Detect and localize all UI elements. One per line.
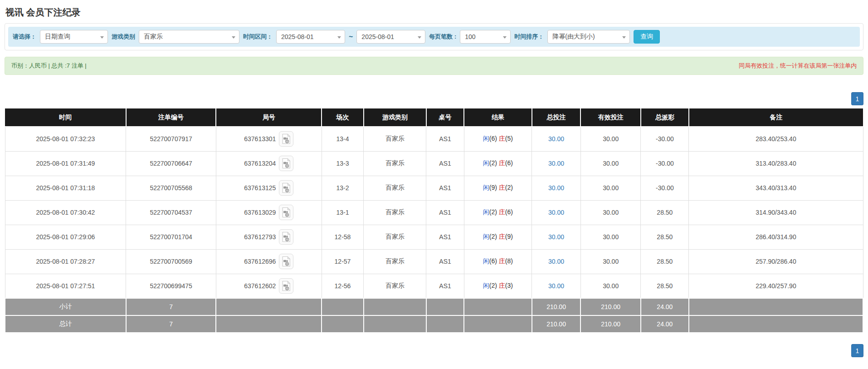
remark-cell: 283.40/253.40 [689,127,863,151]
col-session: 场次 [322,108,364,127]
total-bet-link[interactable]: 30.00 [548,233,564,241]
player-result-label: 闲 [483,135,489,142]
session-cell: 13-3 [322,151,364,176]
video-record-icon[interactable] [279,180,293,196]
table-row: 2025-08-01 07:32:23 522700707917 6376133… [5,127,863,151]
subtotal-payout: 24.00 [641,298,689,315]
player-result-value: (2) [489,233,497,240]
round-no-value: 637612602 [244,282,276,290]
bet-no-cell: 522700701704 [126,225,216,249]
banker-result-value: (3) [505,282,513,289]
video-record-icon[interactable] [279,278,293,294]
pagination-top: 1 [5,92,863,105]
round-no-value: 637612793 [244,233,276,241]
video-record-icon[interactable] [279,229,293,245]
col-time: 时间 [5,108,126,127]
player-result-label: 闲 [483,208,489,216]
total-bet-link[interactable]: 30.00 [548,184,564,192]
player-result-value: (6) [489,257,497,265]
round-no-cell: 637612602 [216,274,322,298]
game-type-cell: 百家乐 [364,151,426,176]
payout-cell: 28.50 [641,200,689,225]
subtotal-total-bet: 210.00 [532,298,581,315]
date-to-value: 2025-08-01 [361,33,394,40]
banker-result-value: (5) [505,135,513,142]
date-from-input[interactable]: 2025-08-01 [276,30,345,44]
chevron-down-icon [622,36,626,39]
query-type-value: 日期查询 [45,33,70,41]
col-remark: 备注 [689,108,863,127]
payout-cell: -30.00 [641,151,689,176]
valid-bet-cell: 30.00 [580,274,640,298]
total-bet-link[interactable]: 30.00 [548,209,564,216]
video-record-icon[interactable] [279,131,293,147]
currency-total-text: 币别：人民币 | 总共 :7 注单 | [11,62,87,70]
table-no-cell: AS1 [426,176,464,200]
subtotal-label: 小计 [5,298,126,315]
date-to-input[interactable]: 2025-08-01 [356,30,425,44]
round-no-value: 637613301 [244,135,276,143]
same-round-notice-text: 同局有效投注，统一计算在该局第一张注单内 [739,62,857,70]
col-total-bet: 总投注 [532,108,581,127]
round-no-value: 637613029 [244,209,276,216]
search-button[interactable]: 查询 [634,30,660,44]
sort-order-value: 降幂(由大到小) [552,33,595,41]
bet-no-cell: 522700705568 [126,176,216,200]
sort-order-select[interactable]: 降幂(由大到小) [547,30,630,44]
banker-result-value: (8) [505,257,513,265]
table-row: 2025-08-01 07:30:42 522700704537 6376130… [5,200,863,225]
chevron-down-icon [232,36,235,39]
per-page-value: 100 [465,33,475,40]
table-no-cell: AS1 [426,200,464,225]
valid-bet-cell: 30.00 [580,225,640,249]
banker-result-label: 庄 [499,282,505,289]
table-row: 2025-08-01 07:31:49 522700706647 6376132… [5,151,863,176]
video-record-icon[interactable] [279,156,293,171]
betting-records-table: 时间 注单编号 局号 场次 游戏类别 桌号 结果 总投注 有效投注 总派彩 备注… [5,108,863,333]
remark-cell: 257.90/286.40 [689,249,863,274]
round-no-value: 637612696 [244,258,276,265]
result-cell: 闲(2) 庄(9) [464,225,532,249]
time-cell: 2025-08-01 07:32:23 [5,127,126,151]
grand-total-row: 总计 7 210.00 210.00 24.00 [5,315,863,333]
range-separator: ~ [349,33,353,41]
total-bet-link[interactable]: 30.00 [548,258,564,265]
per-page-select[interactable]: 100 [460,30,511,44]
page-1-button[interactable]: 1 [851,344,863,357]
banker-result-label: 庄 [499,159,505,167]
table-row: 2025-08-01 07:28:27 522700700569 6376126… [5,249,863,274]
time-cell: 2025-08-01 07:31:49 [5,151,126,176]
result-cell: 闲(6) 庄(8) [464,249,532,274]
total-bet-cell: 30.00 [532,127,581,151]
total-bet-cell: 30.00 [532,249,581,274]
result-cell: 闲(2) 庄(3) [464,274,532,298]
video-record-icon[interactable] [279,205,293,220]
filter-panel: 请选择： 日期查询 游戏类别 百家乐 时间区间： 2025-08-01 ~ 20… [5,23,863,50]
valid-bet-cell: 30.00 [580,176,640,200]
player-result-label: 闲 [483,159,489,167]
page-1-button[interactable]: 1 [851,92,863,105]
query-type-select[interactable]: 日期查询 [40,30,108,44]
table-header-row: 时间 注单编号 局号 场次 游戏类别 桌号 结果 总投注 有效投注 总派彩 备注 [5,108,863,127]
round-no-cell: 637613029 [216,200,322,225]
player-result-label: 闲 [483,233,489,240]
total-count: 7 [126,315,216,333]
col-table-no: 桌号 [426,108,464,127]
summary-bar: 币别：人民币 | 总共 :7 注单 | 同局有效投注，统一计算在该局第一张注单内 [5,57,863,75]
session-cell: 13-4 [322,127,364,151]
game-type-cell: 百家乐 [364,274,426,298]
total-bet-link[interactable]: 30.00 [548,282,564,290]
total-bet-cell: 30.00 [532,176,581,200]
video-record-icon[interactable] [279,254,293,269]
total-bet-link[interactable]: 30.00 [548,160,564,167]
filter-strip: 请选择： 日期查询 游戏类别 百家乐 时间区间： 2025-08-01 ~ 20… [8,27,860,47]
game-type-select[interactable]: 百家乐 [139,30,239,44]
table-row: 2025-08-01 07:29:06 522700701704 6376127… [5,225,863,249]
chevron-down-icon [418,36,421,39]
betting-records-page: 视讯 会员下注纪录 请选择： 日期查询 游戏类别 百家乐 时间区间： 2025-… [0,0,868,357]
round-no-cell: 637612793 [216,225,322,249]
total-bet-link[interactable]: 30.00 [548,135,564,143]
session-cell: 13-1 [322,200,364,225]
col-game-type: 游戏类别 [364,108,426,127]
subtotal-count: 7 [126,298,216,315]
